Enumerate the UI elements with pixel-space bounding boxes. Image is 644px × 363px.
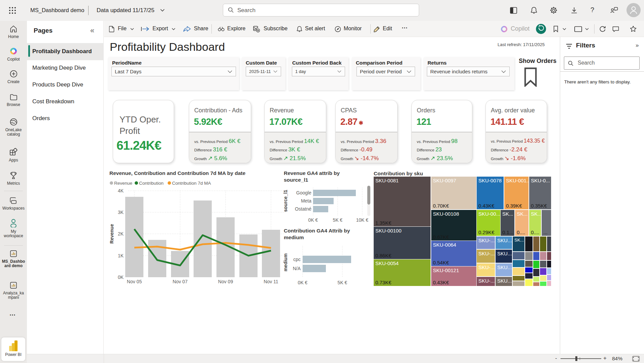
svg-text:0K €: 0K € (298, 280, 308, 285)
svg-text:5K €: 5K € (338, 280, 347, 285)
svg-text:Revenue: Revenue (109, 224, 114, 244)
svg-text:Revenue: Revenue (114, 181, 132, 186)
svg-text:5K €: 5K € (333, 217, 343, 223)
svg-text:3K: 3K (118, 210, 124, 215)
svg-text:source_l1: source_l1 (284, 177, 308, 183)
svg-text:Contribution: Contribution (139, 181, 164, 186)
svg-text:Nov 11: Nov 11 (264, 279, 278, 284)
svg-text:Revenue, Contribution and Cont: Revenue, Contribution and Contribution 7… (109, 170, 246, 176)
svg-text:2K: 2K (118, 231, 124, 237)
svg-text:0K: 0K (118, 275, 124, 280)
svg-text:1K: 1K (118, 253, 124, 258)
svg-text:Ostatné: Ostatné (295, 206, 311, 212)
svg-text:Contribution GA4 Attrib by: Contribution GA4 Attrib by (284, 228, 350, 233)
svg-text:Contribution 7d MA: Contribution 7d MA (172, 181, 211, 186)
svg-text:cpc: cpc (293, 257, 301, 262)
svg-text:0K €: 0K € (308, 217, 318, 223)
svg-text:Nov 09: Nov 09 (218, 279, 233, 284)
svg-text:Revenue GA4 attrib by: Revenue GA4 attrib by (284, 170, 340, 176)
svg-text:N/A: N/A (293, 266, 301, 271)
svg-text:source_l1: source_l1 (283, 190, 288, 212)
svg-text:Nov 05: Nov 05 (127, 279, 142, 284)
svg-text:medium: medium (284, 234, 304, 240)
svg-text:10K €: 10K € (356, 217, 369, 223)
svg-text:Meta: Meta (301, 198, 311, 204)
svg-text:medium: medium (283, 253, 288, 271)
svg-text:Nov 07: Nov 07 (173, 279, 188, 284)
svg-text:4K: 4K (118, 188, 124, 193)
svg-text:Google: Google (296, 190, 311, 195)
